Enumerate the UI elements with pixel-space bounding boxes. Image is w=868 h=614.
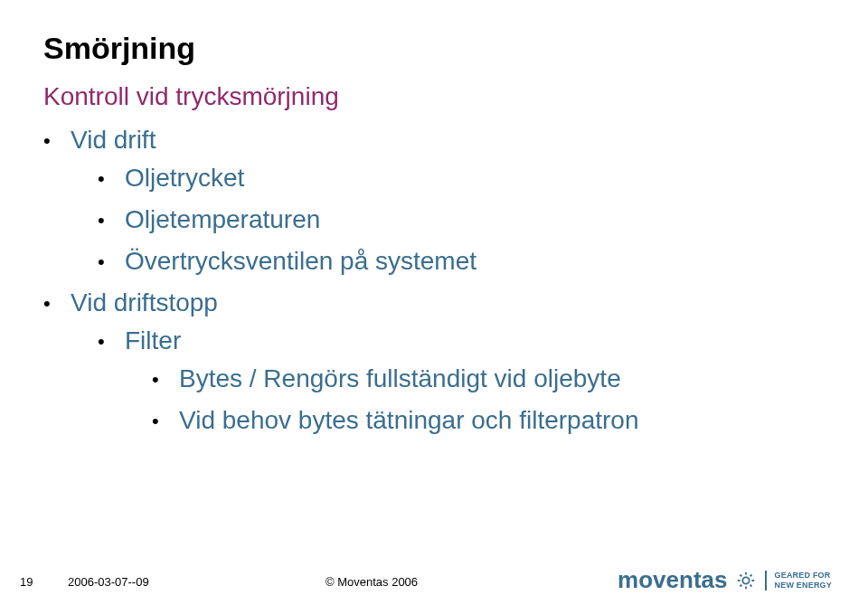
bullet-subitem: Filter Bytes / Rengörs fullständigt vid … (98, 326, 825, 435)
bullet-item: Vid drift Oljetrycket Oljetemperaturen Ö… (43, 126, 825, 276)
footer-date: 2006-03-07--09 (68, 575, 149, 589)
logo-tagline-line2: NEW ENERGY (774, 581, 832, 590)
logo-wordmark: moventas (618, 566, 727, 594)
logo-tagline: GEARED FOR NEW ENERGY (765, 571, 832, 590)
bullet-subsubitem: Bytes / Rengörs fullständigt vid oljebyt… (152, 364, 825, 393)
bullet-subitem: Övertrycksventilen på systemet (98, 247, 825, 276)
bullet-text: Vid drift (71, 126, 156, 154)
bullet-subitem: Oljetemperaturen (98, 205, 825, 234)
bullet-subtext: Filter (125, 326, 181, 354)
gear-icon (736, 571, 756, 590)
bullet-list: Vid drift Oljetrycket Oljetemperaturen Ö… (43, 126, 825, 435)
bullet-item: Vid driftstopp Filter Bytes / Rengörs fu… (43, 288, 825, 435)
footer-copyright: © Moventas 2006 (326, 575, 418, 589)
bullet-text: Vid driftstopp (71, 288, 218, 316)
bullet-subsublist: Bytes / Rengörs fullständigt vid oljebyt… (152, 364, 825, 435)
logo: moventas GEARED FOR NEW ENERGY (618, 566, 832, 594)
slide-title: Smörjning (43, 31, 825, 66)
slide: Smörjning Kontroll vid trycksmörjning Vi… (0, 0, 868, 614)
page-number: 19 (20, 575, 33, 589)
footer: 19 2006-03-07--09 © Moventas 2006 movent… (0, 558, 868, 594)
slide-subtitle: Kontroll vid trycksmörjning (43, 82, 825, 111)
logo-tagline-line1: GEARED FOR (774, 571, 832, 581)
svg-point-0 (743, 577, 750, 583)
bullet-subitem: Oljetrycket (98, 164, 825, 193)
bullet-sublist: Filter Bytes / Rengörs fullständigt vid … (98, 326, 825, 435)
bullet-subsubitem: Vid behov bytes tätningar och filterpatr… (152, 406, 825, 435)
bullet-sublist: Oljetrycket Oljetemperaturen Övertrycksv… (98, 164, 825, 276)
